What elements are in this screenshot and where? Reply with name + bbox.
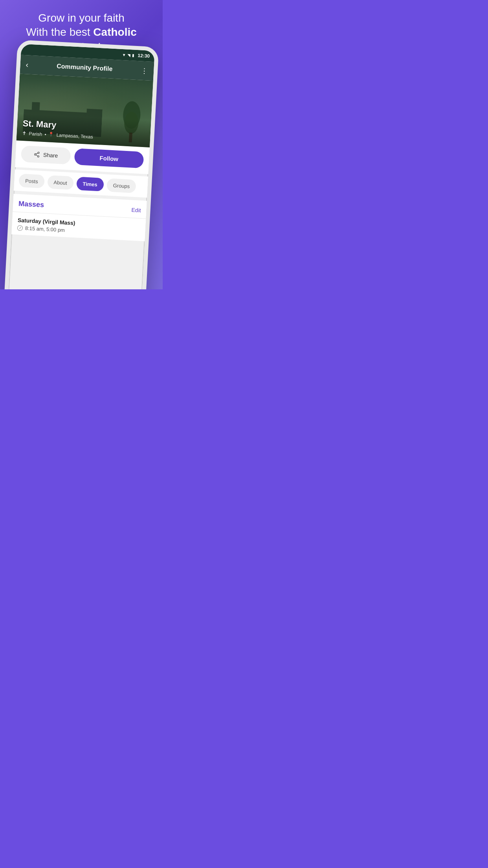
location-icon: 📍 — [48, 132, 54, 138]
time-display: 12:30 — [138, 53, 150, 59]
church-location: Lampasas, Texas — [56, 132, 93, 140]
content-area: Masses Edit Saturday (Virgil Mass) 8:15 … — [11, 194, 147, 241]
masses-section: Masses Edit Saturday (Virgil Mass) 8:15 … — [11, 194, 147, 241]
phone-frame: ▼ ◥ ▮ 12:30 ‹ Community Profile ⋮ St. Ma… — [4, 40, 159, 289]
wifi-icon: ▼ — [122, 53, 126, 57]
cross-icon: ✝ — [22, 130, 27, 136]
masses-header: Masses Edit — [18, 200, 141, 214]
tab-times[interactable]: Times — [76, 177, 104, 191]
dot-separator: • — [44, 131, 46, 137]
svg-line-7 — [36, 153, 38, 154]
phone-mockup: ▼ ◥ ▮ 12:30 ‹ Community Profile ⋮ St. Ma… — [0, 39, 163, 289]
tabs-container: Posts About Times Groups — [14, 169, 148, 198]
share-icon — [34, 151, 40, 158]
battery-icon: ▮ — [132, 53, 135, 57]
masses-title: Masses — [18, 200, 44, 209]
signal-icon: ◥ — [127, 53, 131, 57]
tab-posts[interactable]: Posts — [18, 174, 44, 188]
mass-time-text: 8:15 am, 5:00 pm — [25, 225, 65, 233]
svg-line-6 — [36, 155, 38, 156]
tab-about[interactable]: About — [47, 175, 74, 190]
share-button[interactable]: Share — [21, 145, 71, 165]
edit-button[interactable]: Edit — [131, 206, 141, 213]
mass-item: Saturday (Virgil Mass) 8:15 am, 5:00 pm — [17, 212, 141, 237]
clock-icon — [17, 225, 23, 231]
status-icons: ▼ ◥ ▮ 12:30 — [122, 52, 150, 59]
tab-groups[interactable]: Groups — [106, 178, 136, 193]
church-hero-image: St. Mary ✝ Parish • 📍 Lampasas, Texas — [17, 74, 153, 147]
follow-button[interactable]: Follow — [74, 148, 144, 168]
church-type: Parish — [29, 131, 42, 137]
screen-title: Community Profile — [28, 61, 141, 74]
more-options-button[interactable]: ⋮ — [141, 66, 149, 75]
svg-point-3 — [38, 152, 39, 153]
